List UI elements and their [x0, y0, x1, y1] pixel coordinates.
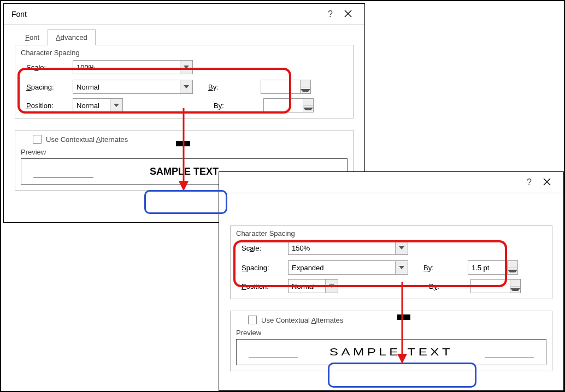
spin-down-button[interactable] [303, 106, 313, 112]
chevron-down-icon [114, 104, 119, 107]
contextual-alternates-label: Use Contextual Alternates [46, 135, 128, 144]
spacing-value: Expanded [289, 264, 395, 272]
tab-advanced[interactable]: Advanced [48, 29, 96, 45]
scale-dropdown-button[interactable] [180, 61, 192, 74]
spin-up-button[interactable] [301, 80, 310, 87]
spacing-combo[interactable]: Normal [73, 80, 193, 94]
preview-label: Preview [236, 329, 546, 337]
chevron-down-icon [510, 288, 520, 291]
spacing-by-spinner[interactable]: 1.5 pt [468, 260, 518, 275]
preview-sample-text: SAMPLE TEXT [329, 347, 453, 358]
spacing-dropdown-button[interactable] [395, 261, 408, 274]
preview-label: Preview [21, 148, 348, 156]
spin-down-button[interactable] [508, 268, 517, 275]
spacing-label: Spacing: [242, 264, 282, 272]
tab-font-label: ont [30, 33, 39, 41]
position-dropdown-button[interactable] [110, 99, 122, 112]
position-label: Position: [26, 102, 67, 110]
close-icon [344, 10, 352, 17]
preview-sample-text: SAMPLE TEXT [150, 166, 219, 177]
position-combo[interactable]: Normal [73, 98, 123, 112]
position-by-label: By: [348, 282, 465, 290]
separator-bar-top [176, 141, 190, 146]
separator-bar-bottom [397, 314, 410, 320]
dialog-title: Font [9, 10, 323, 19]
scale-value: 150% [289, 244, 395, 252]
spacing-by-label: By: [198, 83, 255, 91]
title-bar: Font ? [4, 4, 364, 25]
help-button[interactable]: ? [323, 9, 337, 19]
form-grid: Scale: 150% Spacing: Expanded By: 1.5 pt [242, 241, 546, 275]
position-row: Position: Normal By: [242, 279, 546, 293]
character-spacing-label: Character Spacing [21, 49, 348, 57]
spin-up-button[interactable] [510, 280, 520, 287]
scale-dropdown-button[interactable] [395, 241, 408, 254]
chevron-down-icon [184, 66, 189, 69]
spin-up-button[interactable] [508, 261, 517, 268]
tab-advanced-label: dvanced [61, 33, 87, 41]
spacing-by-label: By: [414, 264, 462, 272]
tab-content: Character Spacing Scale: 100% Spacing: N… [15, 45, 354, 118]
contextual-alternates-checkbox[interactable] [33, 135, 42, 144]
spacing-combo[interactable]: Expanded [288, 260, 408, 275]
position-combo[interactable]: Normal [288, 279, 338, 293]
scale-label: Scale: [26, 63, 67, 72]
position-by-label: By: [133, 102, 258, 110]
preview-line-right [485, 358, 534, 358]
position-by-spinner[interactable] [470, 279, 521, 293]
lower-content: Use Contextual Alternates Preview SAMPLE… [230, 311, 552, 371]
close-button[interactable] [536, 178, 558, 187]
preview-line-left [33, 177, 93, 177]
position-row: Position: Normal By: [26, 98, 348, 112]
spin-down-button[interactable] [301, 87, 310, 94]
contextual-alternates-label: Use Contextual Alternates [261, 316, 343, 324]
tab-strip: Font Advanced [17, 29, 364, 45]
position-value: Normal [73, 102, 110, 110]
position-by-spinner[interactable] [263, 98, 314, 112]
spacing-by-value: 1.5 pt [468, 264, 507, 272]
spacing-value: Normal [73, 83, 180, 91]
close-icon [543, 178, 551, 186]
scale-value: 100% [73, 63, 180, 72]
tab-content: Character Spacing Scale: 150% Spacing: E… [230, 225, 552, 299]
spin-down-button[interactable] [510, 287, 520, 293]
chevron-down-icon [508, 270, 517, 272]
font-dialog-bottom: ? Character Spacing Scale: 150% Spacing:… [219, 171, 564, 391]
title-bar: ? [219, 172, 563, 193]
spin-up-button[interactable] [303, 99, 313, 106]
preview-line-left [249, 358, 298, 358]
scale-label: Scale: [242, 244, 282, 252]
spacing-by-spinner[interactable] [261, 80, 311, 94]
spacing-label: Spacing: [26, 83, 67, 91]
spacing-dropdown-button[interactable] [180, 80, 192, 93]
chevron-down-icon [301, 89, 310, 92]
preview-box: SAMPLE TEXT [236, 339, 546, 365]
contextual-alternates-row[interactable]: Use Contextual Alternates [33, 135, 348, 144]
chevron-down-icon [399, 246, 404, 250]
contextual-alternates-checkbox[interactable] [248, 316, 257, 324]
scale-combo[interactable]: 150% [288, 241, 408, 255]
position-dropdown-button[interactable] [325, 280, 338, 293]
chevron-down-icon [399, 266, 404, 269]
position-label: Position: [242, 282, 282, 290]
chevron-down-icon [184, 85, 189, 88]
chevron-down-icon [303, 108, 313, 110]
form-grid: Scale: 100% Spacing: Normal By: [26, 60, 348, 94]
character-spacing-label: Character Spacing [236, 229, 546, 237]
help-button[interactable]: ? [522, 177, 536, 187]
close-button[interactable] [337, 10, 359, 19]
chevron-down-icon [329, 284, 334, 288]
tab-font[interactable]: Font [17, 29, 48, 45]
position-value: Normal [289, 282, 325, 290]
scale-combo[interactable]: 100% [73, 60, 193, 74]
